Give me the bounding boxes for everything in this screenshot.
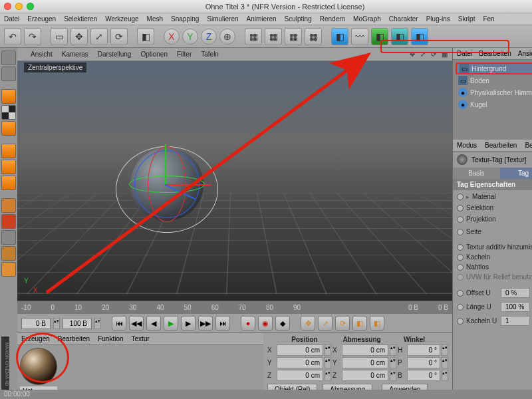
- menu-mograph[interactable]: MoGraph: [353, 15, 381, 23]
- nav-move-icon[interactable]: ✥: [410, 51, 418, 59]
- menu-erzeugen[interactable]: Erzeugen: [27, 15, 56, 23]
- axis-z-button[interactable]: Z: [201, 29, 217, 45]
- step-fwd-button[interactable]: ▶: [181, 316, 196, 331]
- anim-dot-icon[interactable]: [457, 244, 464, 251]
- anim-dot-icon[interactable]: [457, 194, 464, 200]
- mtab-funktion[interactable]: Funktion: [98, 335, 123, 342]
- render-settings-button[interactable]: ▦: [305, 28, 322, 45]
- scale-tool[interactable]: ⤢: [90, 28, 108, 45]
- autokey-button[interactable]: ◉: [258, 316, 273, 331]
- vtab-filter[interactable]: Filter: [177, 51, 192, 58]
- attr-tab-modus[interactable]: Modus: [457, 142, 477, 149]
- object-manager[interactable]: ▭ Hintergrund ▭ Boden ● Physikalischer H…: [453, 60, 532, 140]
- subtab-tag[interactable]: Tag: [500, 168, 532, 179]
- mtab-erzeugen[interactable]: Erzeugen: [21, 335, 50, 342]
- object-mode-button[interactable]: [1, 89, 16, 104]
- locked-button[interactable]: [1, 246, 16, 261]
- omtab-ansicht[interactable]: Ansicht: [518, 50, 532, 57]
- frame-end-field[interactable]: 100 B: [63, 318, 92, 329]
- dim-y-field[interactable]: 0 cm: [342, 357, 388, 368]
- nav-zoom-icon[interactable]: ⤢: [420, 51, 428, 59]
- vtab-optionen[interactable]: Optionen: [140, 51, 168, 58]
- pos-z-field[interactable]: 0 cm: [277, 370, 323, 381]
- menu-rendern[interactable]: Rendern: [320, 15, 345, 23]
- next-key-button[interactable]: ▶▶: [198, 316, 213, 331]
- model-mode-button[interactable]: [1, 66, 16, 81]
- omtab-bearbeiten[interactable]: Bearbeiten: [479, 50, 511, 57]
- anim-dot-icon[interactable]: [457, 254, 464, 261]
- menu-werkzeuge[interactable]: Werkzeuge: [105, 15, 138, 23]
- render-region-button[interactable]: ▦: [265, 28, 282, 45]
- menu-mesh[interactable]: Mesh: [147, 15, 163, 23]
- menu-plugins[interactable]: Plug-ins: [426, 15, 450, 23]
- add-deformer-button[interactable]: ◧: [411, 28, 428, 45]
- workplane-mode-button[interactable]: [1, 121, 16, 136]
- mtab-textur[interactable]: Textur: [132, 335, 150, 342]
- edge-mode-button[interactable]: [1, 160, 16, 174]
- ang-p-field[interactable]: 0 °: [407, 357, 440, 368]
- vtab-kameras[interactable]: Kameras: [62, 51, 88, 58]
- anim-dot-icon[interactable]: [457, 229, 464, 235]
- mtab-bearbeiten[interactable]: Bearbeiten: [58, 335, 90, 342]
- anim-dot-icon[interactable]: [457, 264, 464, 271]
- render-view-button[interactable]: ▦: [245, 28, 262, 45]
- offset-u-field[interactable]: 0 %: [501, 288, 530, 298]
- coord-sys-button[interactable]: ⊕: [219, 29, 235, 45]
- obj-row-hintergrund[interactable]: ▭ Hintergrund: [456, 63, 532, 74]
- obj-row-boden[interactable]: ▭ Boden: [456, 74, 532, 86]
- snap-button[interactable]: [1, 214, 16, 229]
- step-back-button[interactable]: ◀: [146, 316, 161, 331]
- menu-fenster[interactable]: Fen: [483, 15, 494, 23]
- point-mode-button[interactable]: [1, 144, 16, 158]
- key-button[interactable]: ◆: [275, 316, 290, 331]
- viewport[interactable]: Y X: [17, 61, 452, 301]
- spinner-icon[interactable]: ▴▾: [94, 318, 101, 329]
- menu-datei[interactable]: Datei: [4, 15, 19, 23]
- move-tool[interactable]: ✥: [70, 28, 88, 45]
- anim-dot-icon[interactable]: [457, 304, 464, 311]
- attr-tab-bearbeiten[interactable]: Bearbeiten: [485, 142, 517, 149]
- ang-b-field[interactable]: 0 °: [407, 370, 440, 381]
- goto-end-button[interactable]: ⏭: [215, 316, 230, 331]
- soft-select-button[interactable]: [1, 262, 16, 277]
- prev-key-button[interactable]: ◀◀: [129, 316, 144, 331]
- menu-animieren[interactable]: Animieren: [247, 15, 277, 23]
- attr-tab-benutzer[interactable]: Benutzer: [525, 142, 532, 149]
- add-cube-button[interactable]: ◧: [331, 28, 348, 45]
- key-scale-button[interactable]: ⤢: [318, 316, 332, 331]
- render-pv-button[interactable]: ▦: [285, 28, 302, 45]
- menu-simulieren[interactable]: Simulieren: [207, 15, 238, 23]
- select-tool[interactable]: ▭: [51, 28, 68, 45]
- key-rotate-button[interactable]: ⟳: [335, 316, 350, 331]
- menu-sculpting[interactable]: Sculpting: [285, 15, 312, 23]
- subtab-basis[interactable]: Basis: [453, 168, 500, 179]
- make-editable-button[interactable]: [1, 51, 16, 65]
- redo-button[interactable]: ↷: [24, 28, 41, 45]
- pos-y-field[interactable]: 0 cm: [277, 357, 323, 368]
- spinner-icon[interactable]: ▴▾: [53, 318, 60, 329]
- play-button[interactable]: ▶: [164, 316, 178, 331]
- obj-row-himmel[interactable]: ● Physikalischer Himmel: [456, 86, 532, 98]
- laenge-u-field[interactable]: 100 %: [501, 302, 530, 312]
- anim-dot-icon[interactable]: [457, 318, 464, 325]
- lasttool-button[interactable]: ◧: [137, 28, 154, 45]
- frame-start-field[interactable]: 0 B: [21, 318, 51, 329]
- add-generator-button[interactable]: ◧: [391, 28, 408, 45]
- material-item[interactable]: Mat: [20, 348, 57, 394]
- menu-selektieren[interactable]: Selektieren: [64, 15, 97, 23]
- key-pla-button[interactable]: ◧: [370, 316, 384, 331]
- add-nurbs-button[interactable]: ◧: [371, 28, 388, 45]
- dim-z-field[interactable]: 0 cm: [342, 370, 388, 381]
- nav-layout-icon[interactable]: ▦: [442, 51, 450, 59]
- add-spline-button[interactable]: 〰: [351, 28, 368, 45]
- rotate-tool[interactable]: ⟳: [110, 28, 128, 45]
- timeline-ruler[interactable]: -10010 203040 506070 8090 0 B 0 B: [17, 301, 452, 314]
- menu-charakter[interactable]: Charakter: [389, 15, 418, 23]
- minimize-icon[interactable]: [15, 3, 23, 10]
- omtab-datei[interactable]: Datei: [457, 50, 472, 57]
- vtab-tafeln[interactable]: Tafeln: [201, 51, 219, 58]
- texture-mode-button[interactable]: [1, 105, 16, 120]
- key-move-button[interactable]: ✥: [301, 316, 315, 331]
- axis-y-button[interactable]: Y: [182, 29, 198, 45]
- ang-h-field[interactable]: 0 °: [407, 344, 440, 356]
